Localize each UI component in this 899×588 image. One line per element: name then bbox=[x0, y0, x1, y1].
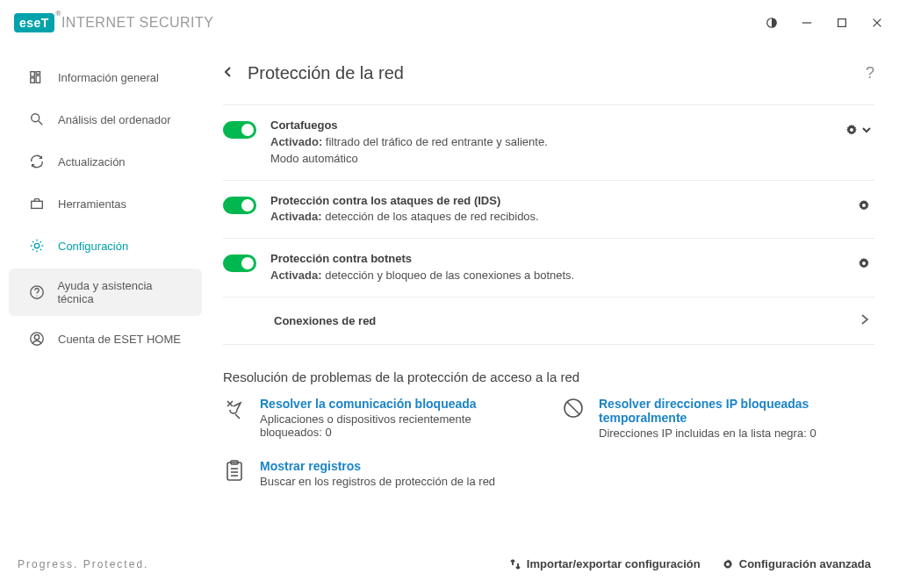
troubleshoot-heading: Resolución de problemas de la protección… bbox=[223, 369, 874, 384]
svg-point-16 bbox=[34, 335, 39, 340]
svg-rect-19 bbox=[227, 463, 241, 480]
row-ids: Protección contra los ataques de red (ID… bbox=[223, 181, 874, 240]
search-icon bbox=[28, 111, 46, 128]
footer-label: Importar/exportar configuración bbox=[527, 557, 701, 570]
advanced-setup-button[interactable]: Configuración avanzada bbox=[722, 557, 871, 570]
svg-point-9 bbox=[32, 114, 40, 122]
troubleshoot-cards: Resolver la comunicación bloqueada Aplic… bbox=[223, 397, 874, 488]
row-botnet: Protección contra botnets Activada: dete… bbox=[223, 239, 874, 298]
minimize-button[interactable] bbox=[799, 15, 815, 31]
sidebar-item-label: Información general bbox=[58, 71, 159, 84]
sidebar-item-scan[interactable]: Análisis del ordenador bbox=[9, 100, 202, 139]
dashboard-icon bbox=[28, 68, 46, 86]
product-name: INTERNET SECURITY bbox=[61, 15, 214, 31]
svg-line-10 bbox=[39, 121, 43, 125]
product-logo: eseT INTERNET SECURITY bbox=[14, 13, 213, 32]
row-desc: Activada: detección de los ataques de re… bbox=[270, 209, 843, 226]
row-title: Cortafuegos bbox=[270, 118, 831, 134]
sidebar-item-label: Configuración bbox=[58, 240, 128, 253]
chevron-down-icon bbox=[862, 124, 871, 137]
sidebar-item-setup[interactable]: Configuración bbox=[9, 226, 202, 265]
contrast-icon[interactable] bbox=[764, 15, 780, 31]
card-title[interactable]: Resolver la comunicación bloqueada bbox=[260, 397, 536, 411]
sidebar-item-label: Actualización bbox=[58, 155, 126, 169]
svg-rect-5 bbox=[31, 72, 35, 76]
main-footer: Importar/exportar configuración Configur… bbox=[223, 545, 874, 579]
maximize-button[interactable] bbox=[834, 15, 850, 31]
toggle-botnet[interactable] bbox=[223, 255, 256, 272]
row-settings-menu[interactable] bbox=[845, 123, 871, 137]
toggle-firewall[interactable] bbox=[223, 121, 256, 139]
row-desc: Activado: filtrado del tráfico de red en… bbox=[270, 134, 831, 151]
card-desc: Buscar en los registros de protección de… bbox=[260, 475, 495, 488]
refresh-icon bbox=[28, 153, 46, 170]
sidebar-item-tools[interactable]: Herramientas bbox=[9, 184, 202, 223]
sidebar-item-update[interactable]: Actualización bbox=[9, 142, 202, 181]
svg-rect-6 bbox=[36, 72, 40, 75]
row-firewall: Cortafuegos Activado: filtrado del tráfi… bbox=[223, 105, 874, 181]
card-blocked-ip: Resolver direcciones IP bloqueadas tempo… bbox=[562, 397, 874, 440]
protection-rows: Cortafuegos Activado: filtrado del tráfi… bbox=[223, 104, 874, 345]
sidebar: Información general Análisis del ordenad… bbox=[0, 46, 211, 588]
card-title[interactable]: Mostrar registros bbox=[260, 459, 495, 473]
clipboard-list-icon bbox=[223, 459, 248, 484]
row-desc: Activada: detección y bloqueo de las con… bbox=[270, 268, 843, 284]
svg-point-12 bbox=[34, 243, 39, 247]
tools-crossed-icon bbox=[223, 397, 248, 421]
blocked-circle-icon bbox=[562, 397, 586, 421]
row-network-connections[interactable]: Conexiones de red bbox=[223, 298, 874, 345]
svg-rect-8 bbox=[36, 75, 40, 82]
chevron-right-icon bbox=[859, 313, 871, 328]
svg-rect-2 bbox=[838, 19, 846, 27]
footer-label: Configuración avanzada bbox=[739, 557, 871, 570]
tagline: Progress. Protected. bbox=[0, 558, 211, 588]
card-blocked-communication: Resolver la comunicación bloqueada Aplic… bbox=[223, 397, 536, 440]
logo-badge: eseT bbox=[14, 13, 54, 32]
row-settings-button[interactable] bbox=[857, 198, 871, 212]
sidebar-item-label: Ayuda y asistencia técnica bbox=[57, 279, 188, 305]
sidebar-item-label: Análisis del ordenador bbox=[58, 113, 171, 126]
toolbox-icon bbox=[28, 195, 46, 212]
gear-icon bbox=[28, 237, 46, 255]
question-circle-icon bbox=[28, 283, 45, 301]
page-title: Protección de la red bbox=[248, 63, 404, 83]
back-button[interactable] bbox=[223, 67, 234, 80]
card-desc: Aplicaciones o dispositivos recientement… bbox=[260, 412, 536, 439]
close-button[interactable] bbox=[869, 15, 885, 31]
toggle-ids[interactable] bbox=[223, 197, 256, 214]
sidebar-item-label: Cuenta de ESET HOME bbox=[58, 333, 181, 346]
svg-line-18 bbox=[567, 402, 579, 414]
svg-point-14 bbox=[36, 296, 37, 297]
titlebar: eseT INTERNET SECURITY bbox=[0, 0, 899, 46]
card-show-logs: Mostrar registros Buscar en los registro… bbox=[223, 459, 536, 488]
row-title: Conexiones de red bbox=[227, 314, 376, 327]
import-export-button[interactable]: Importar/exportar configuración bbox=[509, 557, 701, 570]
row-title: Protección contra los ataques de red (ID… bbox=[270, 193, 843, 210]
main-panel: Protección de la red ? Cortafuegos Activ… bbox=[211, 46, 899, 588]
sidebar-item-overview[interactable]: Información general bbox=[9, 58, 202, 97]
sidebar-item-help[interactable]: Ayuda y asistencia técnica bbox=[9, 269, 202, 316]
row-settings-button[interactable] bbox=[857, 256, 871, 270]
row-extra: Modo automático bbox=[270, 151, 831, 168]
card-desc: Direcciones IP incluidas en la lista neg… bbox=[599, 427, 874, 440]
sidebar-item-home-account[interactable]: Cuenta de ESET HOME bbox=[9, 319, 202, 358]
sidebar-item-label: Herramientas bbox=[58, 197, 126, 211]
page-header: Protección de la red ? bbox=[223, 63, 874, 83]
svg-rect-7 bbox=[31, 78, 35, 82]
card-title[interactable]: Resolver direcciones IP bloqueadas tempo… bbox=[599, 397, 874, 425]
row-title: Protección contra botnets bbox=[270, 251, 843, 268]
svg-rect-11 bbox=[32, 201, 43, 208]
user-circle-icon bbox=[28, 330, 46, 348]
window-controls bbox=[764, 15, 885, 31]
help-icon[interactable]: ? bbox=[866, 64, 874, 82]
